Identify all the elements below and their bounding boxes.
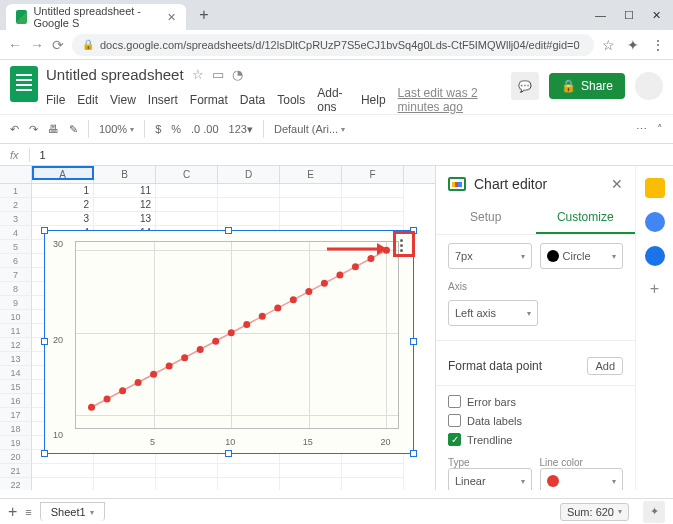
comments-button[interactable]: 💬 — [511, 72, 539, 100]
cell[interactable] — [342, 198, 404, 212]
menu-view[interactable]: View — [110, 93, 136, 107]
row-header[interactable]: 20 — [0, 450, 32, 464]
resize-handle[interactable] — [225, 450, 232, 457]
row-header[interactable]: 16 — [0, 394, 32, 408]
cell[interactable] — [280, 198, 342, 212]
new-tab-button[interactable]: + — [192, 3, 216, 27]
keep-icon[interactable] — [645, 212, 665, 232]
close-panel-icon[interactable]: ✕ — [611, 176, 623, 192]
print-icon[interactable]: 🖶 — [48, 123, 59, 135]
tasks-icon[interactable] — [645, 246, 665, 266]
decimal-icon[interactable]: .0 .00 — [191, 123, 219, 135]
close-window-icon[interactable]: ✕ — [652, 9, 661, 22]
resize-handle[interactable] — [410, 450, 417, 457]
cell[interactable] — [156, 212, 218, 226]
more-formats[interactable]: 123▾ — [229, 123, 253, 136]
collapse-toolbar-icon[interactable]: ˄ — [657, 123, 663, 136]
menu-addons[interactable]: Add-ons — [317, 86, 349, 114]
col-header[interactable]: F — [342, 166, 404, 183]
row-header[interactable]: 19 — [0, 436, 32, 450]
cell[interactable] — [342, 212, 404, 226]
forward-icon[interactable]: → — [30, 37, 44, 53]
cell[interactable]: 2 — [32, 198, 94, 212]
row-header[interactable]: 5 — [0, 240, 32, 254]
paint-format-icon[interactable]: ✎ — [69, 123, 78, 136]
trendline-type-select[interactable]: Linear▾ — [448, 468, 532, 490]
row-header[interactable]: 17 — [0, 408, 32, 422]
col-header[interactable]: E — [280, 166, 342, 183]
cell[interactable]: 11 — [94, 184, 156, 198]
quicksum-display[interactable]: Sum: 620▾ — [560, 503, 629, 521]
row-header[interactable]: 11 — [0, 324, 32, 338]
resize-handle[interactable] — [41, 450, 48, 457]
col-header[interactable]: C — [156, 166, 218, 183]
sheet-tab[interactable]: Sheet1 ▾ — [40, 502, 105, 521]
cell[interactable] — [342, 478, 404, 490]
line-color-select[interactable]: ▾ — [540, 468, 624, 490]
point-size-select[interactable]: 7px▾ — [448, 243, 532, 269]
row-header[interactable]: 13 — [0, 352, 32, 366]
cell[interactable] — [280, 478, 342, 490]
formula-bar[interactable]: fx 1 — [0, 144, 673, 166]
menu-format[interactable]: Format — [190, 93, 228, 107]
trendline-checkbox[interactable]: ✓Trendline — [436, 430, 635, 449]
select-all-corner[interactable] — [0, 166, 32, 183]
cloud-status-icon[interactable]: ◔ — [232, 67, 243, 82]
resize-handle[interactable] — [41, 227, 48, 234]
cell[interactable]: 1 — [32, 184, 94, 198]
last-edit-link[interactable]: Last edit was 2 minutes ago — [398, 86, 503, 114]
percent-icon[interactable]: % — [171, 123, 181, 135]
browser-menu-icon[interactable]: ⋮ — [651, 37, 665, 53]
cell[interactable]: 3 — [32, 212, 94, 226]
redo-icon[interactable]: ↷ — [29, 123, 38, 136]
cell[interactable] — [218, 464, 280, 478]
cell[interactable]: 12 — [94, 198, 156, 212]
axis-select[interactable]: Left axis▾ — [448, 300, 538, 326]
tab-customize[interactable]: Customize — [536, 202, 636, 234]
font-select[interactable]: Default (Ari... ▾ — [274, 123, 345, 135]
cell[interactable] — [156, 478, 218, 490]
col-header[interactable]: A — [32, 166, 94, 183]
point-shape-select[interactable]: Circle▾ — [540, 243, 624, 269]
maximize-icon[interactable]: ☐ — [624, 9, 634, 22]
row-header[interactable]: 7 — [0, 268, 32, 282]
star-icon[interactable]: ☆ — [602, 37, 615, 53]
explore-button[interactable]: ✦ — [643, 501, 665, 523]
row-header[interactable]: 21 — [0, 464, 32, 478]
cell[interactable] — [94, 464, 156, 478]
url-field[interactable]: 🔒 docs.google.com/spreadsheets/d/12lsDlt… — [72, 34, 594, 56]
cell[interactable] — [156, 464, 218, 478]
minimize-icon[interactable]: — — [595, 9, 606, 22]
reload-icon[interactable]: ⟳ — [52, 37, 64, 53]
calendar-icon[interactable] — [645, 178, 665, 198]
browser-tab[interactable]: Untitled spreadsheet - Google S ✕ — [6, 4, 186, 30]
resize-handle[interactable] — [225, 227, 232, 234]
cell[interactable] — [280, 184, 342, 198]
resize-handle[interactable] — [410, 338, 417, 345]
row-header[interactable]: 9 — [0, 296, 32, 310]
row-header[interactable]: 2 — [0, 198, 32, 212]
menu-help[interactable]: Help — [361, 93, 386, 107]
all-sheets-button[interactable]: ≡ — [25, 506, 31, 518]
menu-data[interactable]: Data — [240, 93, 265, 107]
embedded-chart[interactable]: 30 20 10 5101520 — [44, 230, 414, 454]
cell[interactable]: 13 — [94, 212, 156, 226]
cell[interactable] — [218, 212, 280, 226]
row-header[interactable]: 22 — [0, 478, 32, 490]
toolbar-overflow-icon[interactable]: ⋯ — [636, 123, 647, 136]
data-labels-checkbox[interactable]: Data labels — [436, 411, 635, 430]
resize-handle[interactable] — [41, 338, 48, 345]
extensions-icon[interactable]: ✦ — [627, 37, 639, 53]
add-sheet-button[interactable]: + — [8, 503, 17, 521]
row-header[interactable]: 18 — [0, 422, 32, 436]
cell[interactable] — [218, 478, 280, 490]
menu-tools[interactable]: Tools — [277, 93, 305, 107]
close-tab-icon[interactable]: ✕ — [167, 11, 176, 24]
undo-icon[interactable]: ↶ — [10, 123, 19, 136]
col-header[interactable]: B — [94, 166, 156, 183]
row-header[interactable]: 12 — [0, 338, 32, 352]
row-header[interactable]: 15 — [0, 380, 32, 394]
cell[interactable] — [218, 198, 280, 212]
menu-file[interactable]: File — [46, 93, 65, 107]
star-doc-icon[interactable]: ☆ — [192, 67, 204, 82]
